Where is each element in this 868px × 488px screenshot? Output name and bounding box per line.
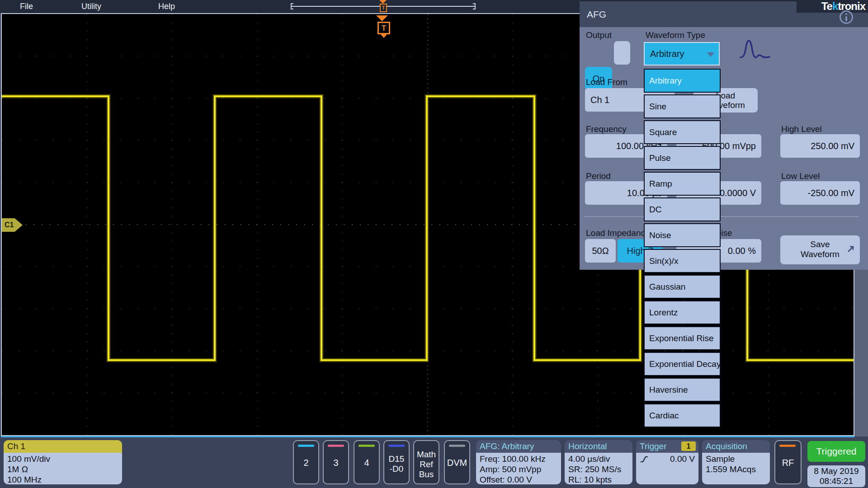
impedance-50ohm-button[interactable]: 50Ω	[585, 239, 616, 263]
output-label: Output	[586, 30, 612, 40]
channel-button-2[interactable]: 2	[293, 440, 319, 484]
trigger-position-flag-pointer	[381, 34, 387, 38]
tektronix-logo: Tektronix	[821, 0, 865, 12]
channel-button-label: 3	[324, 458, 348, 468]
afg-panel: AFG Output On Waveform Type Arbitrary Lo…	[580, 1, 868, 270]
acquisition-status-box[interactable]: Acquisition Sample1.559 MAcqs	[702, 440, 770, 484]
trigger-position-arrow-icon[interactable]	[376, 15, 388, 21]
channel-color-bar	[388, 445, 405, 447]
dropdown-item-exponential-decay[interactable]: Exponential Decay	[644, 352, 721, 376]
channel-button-dvm[interactable]: DVM	[444, 440, 470, 484]
channel1-badge-title: Ch 1	[4, 440, 122, 453]
status-line: Freq: 100.00 kHz	[480, 454, 557, 464]
rf-button[interactable]: RF	[774, 440, 802, 484]
arbitrary-waveform-preview-icon	[739, 38, 774, 64]
rf-color-bar	[779, 445, 796, 447]
dropdown-item-sine[interactable]: Sine	[644, 94, 721, 118]
trigger-level-value: 0.00 V	[670, 454, 695, 464]
datetime-display: 8 May 2019 08:45:21	[807, 465, 865, 487]
trigger-status-title: Trigger	[640, 440, 666, 453]
low-level-label: Low Level	[781, 171, 820, 181]
dropdown-item-haversine[interactable]: Haversine	[644, 378, 721, 402]
horizontal-status-title: Horizontal	[565, 440, 632, 453]
bottom-status-bar: Ch 1 100 mV/div1M Ω100 MHz 234D15-D0Math…	[0, 437, 868, 488]
rf-button-label: RF	[775, 458, 801, 468]
channel-button-label: DVM	[445, 458, 469, 468]
status-line: Sample	[706, 454, 766, 464]
trigger-state-badge: Triggered	[807, 441, 865, 462]
channel-button-label: D15-D0	[384, 454, 409, 474]
acquisition-status-details: Sample1.559 MAcqs	[702, 453, 770, 484]
rising-edge-icon	[640, 455, 649, 464]
dropdown-item-dc[interactable]: DC	[644, 197, 721, 221]
trigger-status-box[interactable]: Trigger 1 0.00 V	[636, 440, 698, 484]
dropdown-item-noise[interactable]: Noise	[644, 223, 721, 247]
channel1-badge-details: 100 mV/div1M Ω100 MHz	[4, 453, 122, 484]
dropdown-item-ramp[interactable]: Ramp	[644, 172, 721, 196]
dropdown-item-sin-x-x[interactable]: Sin(x)/x	[644, 249, 721, 273]
status-line: RL: 10 kpts	[568, 474, 629, 484]
status-line: 100 mV/div	[7, 454, 118, 464]
channel-button-4[interactable]: 4	[354, 440, 380, 484]
low-level-field[interactable]: -250.00 mV	[780, 181, 860, 205]
horizontal-status-details: 4.00 µs/divSR: 250 MS/sRL: 10 kpts	[565, 453, 632, 484]
status-line: 100 MHz	[7, 474, 118, 484]
external-link-icon	[846, 244, 855, 253]
panel-divider	[584, 216, 859, 217]
dropdown-item-lorentz[interactable]: Lorentz	[644, 300, 721, 324]
afg-status-box[interactable]: AFG: Arbitrary Freq: 100.00 kHzAmp: 500 …	[476, 440, 561, 484]
status-line: SR: 250 MS/s	[568, 464, 629, 474]
trigger-source-badge: 1	[681, 441, 696, 451]
afg-status-details: Freq: 100.00 kHzAmp: 500 mVppOffset: 0.0…	[476, 453, 561, 484]
load-from-label: Load From	[586, 77, 627, 87]
channel-color-bar	[298, 445, 314, 447]
time-value: 08:45:21	[807, 476, 865, 486]
help-info-icon[interactable]	[840, 10, 853, 24]
waveform-type-value: Arbitrary	[650, 43, 684, 65]
trigger-bar-flag[interactable]: T	[380, 4, 387, 12]
status-line: Offset: 0.00 V	[480, 474, 557, 484]
dropdown-item-arbitrary[interactable]: Arbitrary	[644, 69, 721, 93]
record-end-bracket-icon	[473, 3, 476, 9]
channel1-badge[interactable]: Ch 1 100 mV/div1M Ω100 MHz	[4, 440, 122, 484]
channel-button-math[interactable]: MathRefBus	[413, 440, 439, 484]
high-level-field[interactable]: 250.00 mV	[780, 134, 860, 158]
date-value: 8 May 2019	[807, 466, 865, 476]
channel-button-label: 2	[294, 458, 318, 468]
status-line: Amp: 500 mVpp	[480, 464, 557, 474]
channel-button-3[interactable]: 3	[323, 440, 349, 484]
save-waveform-button[interactable]: Save Waveform	[780, 235, 860, 264]
menu-item-help[interactable]: Help	[158, 0, 175, 13]
horizontal-status-box[interactable]: Horizontal 4.00 µs/divSR: 250 MS/sRL: 10…	[565, 440, 632, 484]
channel-button-label: 4	[354, 458, 379, 468]
dropdown-item-cardiac[interactable]: Cardiac	[644, 404, 721, 427]
channel-button-d15[interactable]: D15-D0	[383, 440, 410, 484]
acquisition-status-title: Acquisition	[702, 440, 770, 453]
channel-color-bar	[328, 445, 344, 447]
trigger-bar-arrow-icon[interactable]	[379, 0, 387, 4]
channel-color-bar	[449, 445, 465, 447]
load-impedance-label: Load Impedance	[586, 228, 650, 238]
logo-strip: Tektronix	[797, 0, 868, 13]
menu-item-utility[interactable]: Utility	[81, 0, 101, 13]
waveform-type-label: Waveform Type	[646, 30, 705, 40]
dropdown-item-gaussian[interactable]: Gaussian	[644, 275, 721, 299]
period-label: Period	[586, 171, 611, 181]
trigger-position-flag[interactable]: T	[377, 22, 390, 34]
status-line: 4.00 µs/div	[568, 454, 629, 464]
high-level-label: High Level	[781, 124, 822, 134]
menu-item-file[interactable]: File	[20, 0, 33, 13]
channel-button-label: MathRefBus	[414, 450, 439, 479]
afg-panel-body: Output On Waveform Type Arbitrary Load F…	[580, 27, 868, 270]
record-start-bracket-icon	[291, 3, 293, 9]
afg-panel-title: AFG	[587, 1, 606, 27]
waveform-type-dropdown-list: ArbitrarySineSquarePulseRampDCNoiseSin(x…	[644, 69, 721, 429]
dropdown-item-square[interactable]: Square	[644, 120, 721, 144]
output-off-toggle[interactable]	[614, 41, 630, 65]
waveform-type-dropdown[interactable]: Arbitrary	[644, 42, 720, 66]
dropdown-item-pulse[interactable]: Pulse	[644, 146, 721, 170]
oscilloscope-screen: T C1 T FileUtilityHelp AFG Output On Wav…	[0, 0, 868, 488]
frequency-label: Frequency	[586, 124, 627, 134]
dropdown-item-exponential-rise[interactable]: Exponential Rise	[644, 326, 721, 350]
status-line: 1M Ω	[7, 464, 118, 474]
